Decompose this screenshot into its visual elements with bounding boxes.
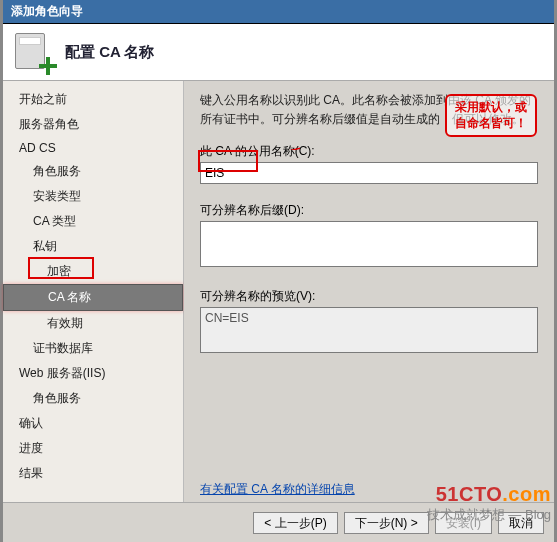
suffix-label: 可分辨名称后缀(D): — [200, 202, 538, 219]
sidebar-item[interactable]: 确认 — [3, 411, 183, 436]
sidebar-item[interactable]: 角色服务 — [3, 386, 183, 411]
sidebar-item[interactable]: 结果 — [3, 461, 183, 486]
sidebar-item[interactable]: Web 服务器(IIS) — [3, 361, 183, 386]
sidebar-item[interactable]: 加密 — [3, 259, 183, 284]
next-button[interactable]: 下一步(N) > — [344, 512, 429, 534]
wizard-steps-sidebar: 开始之前服务器角色AD CS角色服务安装类型CA 类型私钥加密CA 名称有效期证… — [3, 81, 184, 502]
page-title: 配置 CA 名称 — [65, 43, 154, 62]
sidebar-item[interactable]: 证书数据库 — [3, 336, 183, 361]
preview-output: CN=EIS — [200, 307, 538, 353]
sidebar-item[interactable]: 有效期 — [3, 311, 183, 336]
cancel-button[interactable]: 取消 — [498, 512, 544, 534]
sidebar-item[interactable]: 角色服务 — [3, 159, 183, 184]
sidebar-item[interactable]: 服务器角色 — [3, 112, 183, 137]
sidebar-item[interactable]: 开始之前 — [3, 87, 183, 112]
preview-label: 可分辨名称的预览(V): — [200, 288, 538, 305]
install-button[interactable]: 安装(I) — [435, 512, 492, 534]
sidebar-item[interactable]: CA 名称 — [3, 284, 183, 311]
wizard-footer: < 上一步(P) 下一步(N) > 安装(I) 取消 — [3, 502, 554, 542]
sidebar-item[interactable]: 私钥 — [3, 234, 183, 259]
sidebar-item[interactable]: 进度 — [3, 436, 183, 461]
sidebar-item[interactable]: AD CS — [3, 137, 183, 159]
content-panel: 键入公用名称以识别此 CA。此名称会被添加到由该 CA 颁发的所有证书中。可分辨… — [184, 81, 554, 502]
prev-button[interactable]: < 上一步(P) — [253, 512, 337, 534]
wizard-header: 配置 CA 名称 — [3, 24, 554, 81]
annotation-callout: 采用默认，或 自命名皆可！ — [445, 94, 537, 137]
sidebar-item[interactable]: CA 类型 — [3, 209, 183, 234]
common-name-input[interactable] — [200, 162, 538, 184]
server-plus-icon — [13, 31, 55, 73]
sidebar-item[interactable]: 安装类型 — [3, 184, 183, 209]
suffix-input[interactable] — [200, 221, 538, 267]
window-title: 添加角色向导 — [3, 0, 554, 24]
help-link[interactable]: 有关配置 CA 名称的详细信息 — [200, 481, 355, 498]
common-name-label: 此 CA 的公用名称(C): — [200, 143, 538, 160]
